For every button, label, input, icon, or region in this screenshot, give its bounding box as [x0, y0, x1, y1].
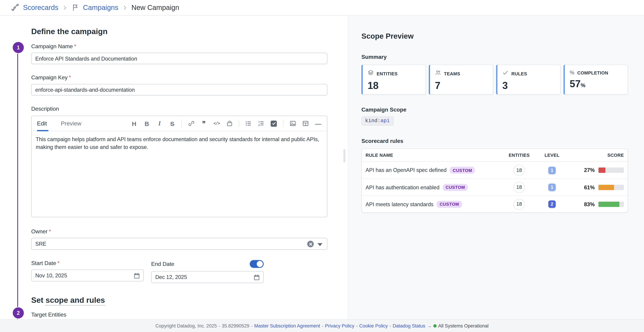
active-tab-indicator	[37, 130, 48, 131]
level-badge: 1	[548, 184, 556, 191]
column-header-entities: ENTITIES	[501, 152, 538, 157]
start-date-label: Start Date*	[31, 260, 144, 266]
start-date-input[interactable]: Nov 10, 2025	[31, 270, 144, 281]
required-marker: *	[58, 260, 60, 266]
check-icon	[502, 70, 508, 77]
description-label: Description	[31, 106, 328, 112]
teams-count: 7	[435, 80, 488, 91]
percent-icon: %	[570, 70, 574, 76]
rules-count: 3	[502, 80, 555, 91]
chevron-right-icon	[62, 5, 68, 11]
italic-icon[interactable]: I	[156, 120, 163, 127]
teams-icon	[435, 70, 441, 77]
scope-preview-panel: Scope Preview Summary ENTITIES 18	[348, 16, 644, 332]
score-percent: 27%	[584, 167, 595, 173]
chevron-down-icon[interactable]	[318, 243, 322, 246]
entities-count-pill: 18	[514, 199, 525, 210]
task-list-icon[interactable]	[270, 120, 277, 127]
blockquote-icon[interactable]: ❞	[200, 120, 207, 127]
new-campaign-page: Scorecards Campaigns New Campaign 1 2 De…	[0, 0, 644, 332]
chevron-right-icon	[122, 5, 128, 11]
level-badge: 2	[548, 201, 556, 208]
bold-icon[interactable]: B	[143, 120, 150, 127]
custom-badge: CUSTOM	[437, 201, 462, 208]
score-bar-fill	[598, 168, 606, 173]
table-icon[interactable]	[302, 120, 309, 127]
breadcrumb-current-page: New Campaign	[132, 4, 179, 12]
column-header-score: SCORE	[566, 152, 624, 157]
entities-count: 18	[368, 80, 420, 91]
inline-code-icon[interactable]: </>	[213, 120, 220, 127]
owner-select[interactable]: SRE	[31, 238, 328, 250]
status-dot-icon	[433, 324, 437, 327]
end-date-toggle[interactable]	[250, 260, 264, 268]
entities-count-pill: 18	[514, 164, 525, 176]
toolbar-divider	[182, 120, 182, 127]
summary-card-entities: ENTITIES 18	[362, 65, 426, 95]
scorecards-icon	[10, 3, 19, 12]
calendar-icon[interactable]	[134, 272, 140, 280]
description-textarea[interactable]: This campaign helps platform and API tea…	[32, 131, 327, 155]
score-bar-fill	[598, 185, 614, 190]
tab-preview[interactable]: Preview	[61, 120, 81, 127]
link-icon[interactable]	[188, 120, 195, 127]
required-marker: *	[69, 74, 71, 81]
editor-toolbar: Edit Preview H B I S	[32, 116, 327, 131]
rule-name: API has authentication enabled	[366, 184, 440, 190]
clear-icon[interactable]	[307, 241, 314, 247]
footer-link-cookie[interactable]: Cookie Policy	[359, 323, 388, 328]
table-row: API has authentication enabled CUSTOM 18…	[362, 179, 628, 195]
scorecard-rules-heading: Scorecard rules	[362, 138, 644, 144]
column-header-level: LEVEL	[538, 152, 566, 157]
toolbar-divider	[283, 120, 283, 127]
campaign-key-input[interactable]: enforce-api-standards-and-documentation	[31, 84, 328, 95]
custom-badge: CUSTOM	[443, 184, 468, 191]
breadcrumb-link-campaigns[interactable]: Campaigns	[83, 4, 118, 12]
tab-edit[interactable]: Edit	[37, 120, 47, 127]
target-entities-label: Target Entities	[31, 311, 328, 317]
description-editor: Edit Preview H B I S	[31, 116, 328, 217]
campaign-key-label: Campaign Key*	[31, 74, 328, 81]
score-bar	[598, 185, 624, 190]
custom-badge: CUSTOM	[450, 167, 475, 174]
footer-link-msa[interactable]: Master Subscription Agreement	[254, 323, 320, 328]
svg-text:1: 1	[258, 120, 260, 123]
breadcrumb-link-scorecards[interactable]: Scorecards	[23, 4, 58, 12]
numbered-list-icon[interactable]: 1 2	[258, 120, 264, 127]
code-block-icon[interactable]	[226, 120, 233, 127]
horizontal-rule-icon[interactable]: —	[314, 120, 322, 127]
table-header-row: RULE NAME ENTITIES LEVEL SCORE	[362, 149, 628, 162]
copyright-text: Copyright Datadog, Inc. 2025	[156, 323, 217, 328]
calendar-icon[interactable]	[254, 274, 260, 282]
toolbar-divider	[239, 120, 239, 127]
bulleted-list-icon[interactable]	[245, 120, 252, 127]
version-number: 35.82990529	[222, 323, 250, 328]
strikethrough-icon[interactable]: S	[169, 120, 176, 127]
footer-link-privacy[interactable]: Privacy Policy	[325, 323, 354, 328]
table-row: API has an OpenAPI spec defined CUSTOM 1…	[362, 162, 628, 179]
required-marker: *	[74, 43, 76, 49]
scope-query-chip: kind:api	[362, 116, 394, 125]
completion-value: 57%	[570, 78, 623, 90]
image-icon[interactable]	[289, 120, 296, 127]
scorecard-rules-table: RULE NAME ENTITIES LEVEL SCORE API has a…	[362, 149, 628, 213]
rule-name: API meets latency standards	[366, 201, 434, 207]
arrow-right-icon: →	[427, 323, 432, 328]
score-percent: 83%	[584, 201, 595, 207]
system-status-text: All Systems Operational	[438, 323, 488, 328]
score-bar	[598, 202, 624, 207]
flag-icon	[72, 4, 79, 12]
heading-icon[interactable]: H	[130, 120, 138, 127]
footer-link-status[interactable]: Datadog Status	[393, 323, 425, 328]
page-footer: Copyright Datadog, Inc. 2025 - 35.829905…	[0, 319, 644, 332]
campaign-name-input[interactable]: Enforce API Standards and Documentation	[31, 53, 328, 64]
end-date-input[interactable]: Dec 12, 2025	[151, 271, 264, 283]
rule-name: API has an OpenAPI spec defined	[366, 167, 447, 173]
step-2-title: Set scope and rules	[31, 296, 328, 305]
vertical-scrollbar[interactable]	[343, 149, 346, 162]
score-percent: 61%	[584, 184, 595, 190]
campaign-scope-heading: Campaign Scope	[362, 106, 644, 113]
end-date-label: End Date	[151, 261, 174, 267]
scope-preview-title: Scope Preview	[362, 32, 644, 41]
level-badge: 1	[548, 167, 556, 174]
